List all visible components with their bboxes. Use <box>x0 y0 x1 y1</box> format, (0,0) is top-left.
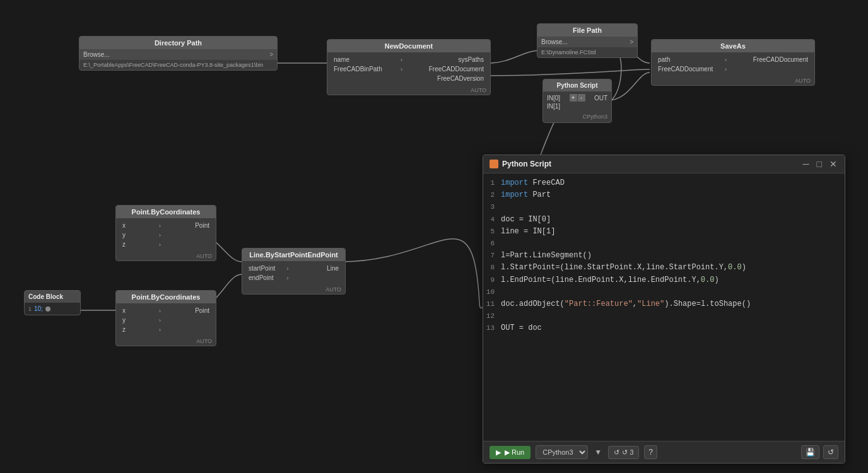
thread-badge: ↺ ↺ 3 <box>608 446 639 459</box>
browse-arrow-icon: > <box>269 51 273 58</box>
ps-add-port-btn[interactable]: + <box>570 94 577 102</box>
file-path-browse[interactable]: Browse... > <box>537 37 637 47</box>
pbc2-port-z: z › <box>120 325 165 334</box>
python-script-title-icon <box>490 160 498 168</box>
pbc1-port-y: y › <box>120 230 165 240</box>
engine-dropdown-arrow-icon: ▼ <box>594 448 602 457</box>
code-line-6: 6 <box>483 238 845 250</box>
file-path-node: File Path Browse... > E:\Dynamoline.FCSt… <box>537 23 638 58</box>
minimize-button[interactable]: ─ <box>802 159 811 169</box>
lbse-header: Line.ByStartPointEndPoint <box>242 248 345 261</box>
directory-path-node: Directory Path Browse... > E:\_PortableA… <box>79 36 278 71</box>
refresh-icon: ↺ <box>614 448 619 457</box>
file-path-header: File Path <box>537 24 637 37</box>
nd-port-freecadver: FreeCADversion <box>411 74 486 83</box>
editor-title: Python Script <box>490 160 551 168</box>
pbc2-port-point: Point <box>167 306 212 315</box>
pbc2-header: Point.ByCoordinates <box>116 291 216 303</box>
pbc1-header: Point.ByCoordinates <box>116 206 216 218</box>
editor-toolbar: ▶ ▶ Run CPython3 ▼ ↺ ↺ 3 ? 💾 ↺ <box>483 441 845 463</box>
file-browse-arrow-icon: > <box>630 38 633 45</box>
code-line-13: 13 OUT = doc <box>483 322 845 334</box>
nd-port-freecaddoc: FreeCADDocument <box>411 64 486 74</box>
lbse-port-line: Line <box>295 264 342 273</box>
code-line-9: 9 l.EndPoint=(line.EndPoint.X,line.EndPo… <box>483 274 845 286</box>
pbc2-port-x: x › <box>120 306 165 315</box>
ps-port-controls[interactable]: + - <box>570 94 585 102</box>
nd-port-freecadbinpath: FreeCADBinPath › <box>331 64 406 74</box>
sa-footer: AUTO <box>652 76 814 85</box>
point-by-coords-2-node: Point.ByCoordinates x › y › z › Point <box>115 290 216 346</box>
code-line-2: 2 import Part <box>483 189 845 201</box>
sa-port-path: path › <box>655 55 730 64</box>
line-by-start-end-node: Line.ByStartPointEndPoint startPoint › e… <box>242 248 346 295</box>
code-block-header: Code Block <box>25 291 80 303</box>
run-button[interactable]: ▶ ▶ Run <box>490 446 531 459</box>
code-line-4: 4 doc = IN[0] <box>483 214 845 226</box>
pbc1-footer: AUTO <box>116 252 216 260</box>
ps-small-header: Python Script <box>543 79 611 91</box>
sa-port-freecaddoc-out: FreeCADDocument <box>736 55 811 64</box>
reset-script-button[interactable]: ↺ <box>823 445 838 459</box>
editor-titlebar: Python Script ─ □ ✕ <box>483 155 845 173</box>
pbc1-port-z: z › <box>120 240 165 249</box>
code-line-3: 3 <box>483 201 845 213</box>
new-document-node: NewDocument name › FreeCADBinPath › sysP… <box>327 39 491 95</box>
file-path-value: E:\Dynamoline.FCStd <box>537 47 637 57</box>
code-line-5: 5 line = IN[1] <box>483 226 845 238</box>
help-button[interactable]: ? <box>644 445 657 459</box>
toolbar-right-buttons: 💾 ↺ <box>801 445 838 459</box>
directory-path-header: Directory Path <box>79 37 277 49</box>
code-editor-content[interactable]: 1 import FreeCAD 2 import Part 3 4 doc =… <box>483 177 845 437</box>
python-script-editor-window: Python Script ─ □ ✕ 1 import FreeCAD 2 i… <box>483 155 845 464</box>
python-script-small-node: Python Script IN[0] + - OUT IN[1] CPytho… <box>542 79 612 123</box>
ps-remove-port-btn[interactable]: - <box>578 94 585 102</box>
pbc2-port-y: y › <box>120 315 165 325</box>
point-by-coords-1-node: Point.ByCoordinates x › y › z › Point <box>115 205 216 261</box>
pbc1-port-point: Point <box>167 221 212 230</box>
sa-port-freecaddoc-in: FreeCADDocument › <box>655 64 730 74</box>
lbse-port-endpoint: endPoint › <box>246 273 293 283</box>
code-line-1: 1 import FreeCAD <box>483 177 845 189</box>
pbc1-port-x: x › <box>120 221 165 230</box>
code-editor-area[interactable]: 1 import FreeCAD 2 import Part 3 4 doc =… <box>483 173 845 441</box>
code-block-node: Code Block 1 10; <box>24 290 81 315</box>
directory-path-browse[interactable]: Browse... > <box>79 49 277 60</box>
lbse-footer: AUTO <box>242 285 345 294</box>
directory-path-value: E:\_PortableApps\FreeCAD\FreeCAD-conda-P… <box>79 60 277 70</box>
engine-select[interactable]: CPython3 <box>536 445 588 459</box>
code-block-output-port <box>45 307 50 312</box>
code-line-7: 7 l=Part.LineSegment() <box>483 250 845 262</box>
code-line-11: 11 doc.addObject("Part::Feature","Line")… <box>483 298 845 310</box>
ps-small-footer: CPython3 <box>543 112 611 122</box>
close-button[interactable]: ✕ <box>828 159 838 169</box>
pbc2-footer: AUTO <box>116 337 216 346</box>
canvas: Directory Path Browse... > E:\_PortableA… <box>0 0 868 473</box>
ps-port-in1: IN[1] <box>547 103 607 110</box>
maximize-button[interactable]: □ <box>816 159 823 169</box>
save-as-node: SaveAs path › FreeCADDocument › FreeCADD… <box>651 39 815 86</box>
code-line-num: 1 <box>28 306 32 312</box>
code-line-8: 8 l.StartPoint=(line.StartPoint.X,line.S… <box>483 262 845 274</box>
code-block-value[interactable]: 10; <box>34 305 43 312</box>
lbse-port-startpoint: startPoint › <box>246 264 293 273</box>
nd-port-syspaths: sysPaths <box>411 55 486 64</box>
code-line-12: 12 <box>483 310 845 322</box>
window-controls: ─ □ ✕ <box>802 159 838 169</box>
save-as-header: SaveAs <box>652 40 814 52</box>
save-script-button[interactable]: 💾 <box>801 445 819 459</box>
run-icon: ▶ <box>496 448 501 457</box>
code-block-body: 1 10; <box>25 303 80 315</box>
code-line-10: 10 <box>483 286 845 298</box>
ps-port-in0: IN[0] + - OUT <box>547 94 607 102</box>
nd-footer: AUTO <box>327 86 490 95</box>
new-document-header: NewDocument <box>327 40 490 52</box>
nd-port-name: name › <box>331 55 406 64</box>
